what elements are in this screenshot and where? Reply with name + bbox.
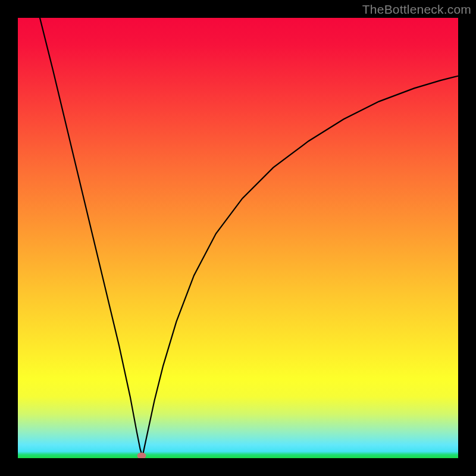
minimum-marker	[137, 452, 146, 458]
plot-area	[18, 18, 458, 458]
chart-canvas: TheBottleneck.com	[0, 0, 476, 476]
bottleneck-curve	[18, 18, 458, 458]
watermark-text: TheBottleneck.com	[362, 2, 471, 17]
